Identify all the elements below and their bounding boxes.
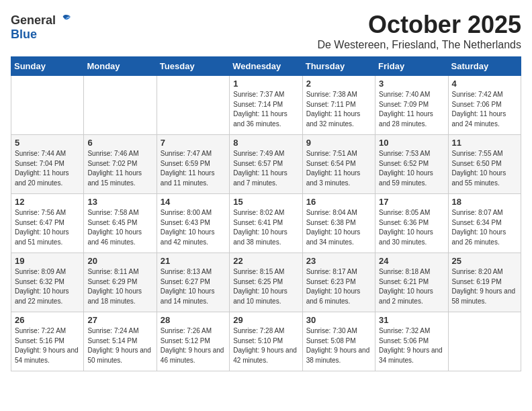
header-day-saturday: Saturday [448, 57, 521, 76]
calendar-cell: 17Sunrise: 8:05 AM Sunset: 6:36 PM Dayli… [375, 194, 448, 253]
day-info: Sunrise: 7:49 AM Sunset: 6:57 PM Dayligh… [233, 149, 298, 188]
logo-bird-icon [57, 14, 72, 26]
calendar-cell [448, 312, 521, 371]
calendar-cell: 4Sunrise: 7:42 AM Sunset: 7:06 PM Daylig… [448, 76, 521, 135]
day-number: 6 [87, 138, 152, 148]
day-info: Sunrise: 7:30 AM Sunset: 5:08 PM Dayligh… [306, 326, 371, 365]
day-info: Sunrise: 8:20 AM Sunset: 6:19 PM Dayligh… [452, 267, 517, 306]
day-number: 24 [379, 256, 444, 266]
day-info: Sunrise: 7:44 AM Sunset: 7:04 PM Dayligh… [15, 149, 80, 188]
day-info: Sunrise: 7:53 AM Sunset: 6:52 PM Dayligh… [379, 149, 444, 188]
day-number: 26 [15, 315, 80, 325]
day-info: Sunrise: 8:00 AM Sunset: 6:43 PM Dayligh… [161, 208, 226, 247]
calendar-cell: 10Sunrise: 7:53 AM Sunset: 6:52 PM Dayli… [375, 135, 448, 194]
day-number: 11 [452, 138, 517, 148]
calendar-cell: 16Sunrise: 8:04 AM Sunset: 6:38 PM Dayli… [302, 194, 375, 253]
day-info: Sunrise: 8:02 AM Sunset: 6:41 PM Dayligh… [233, 208, 298, 247]
header-row: SundayMondayTuesdayWednesdayThursdayFrid… [11, 57, 521, 76]
calendar-cell: 12Sunrise: 7:56 AM Sunset: 6:47 PM Dayli… [11, 194, 84, 253]
day-number: 3 [379, 79, 444, 89]
header-day-sunday: Sunday [11, 57, 84, 76]
calendar-cell: 20Sunrise: 8:11 AM Sunset: 6:29 PM Dayli… [84, 253, 157, 312]
calendar-cell: 18Sunrise: 8:07 AM Sunset: 6:34 PM Dayli… [448, 194, 521, 253]
calendar-cell: 21Sunrise: 8:13 AM Sunset: 6:27 PM Dayli… [157, 253, 229, 312]
header-day-wednesday: Wednesday [230, 57, 302, 76]
day-number: 22 [233, 256, 298, 266]
day-info: Sunrise: 8:13 AM Sunset: 6:27 PM Dayligh… [161, 267, 226, 306]
day-info: Sunrise: 7:55 AM Sunset: 6:50 PM Dayligh… [452, 149, 517, 188]
day-number: 25 [452, 256, 517, 266]
day-number: 17 [379, 197, 444, 207]
day-number: 28 [161, 315, 226, 325]
day-number: 2 [306, 79, 371, 89]
day-info: Sunrise: 8:15 AM Sunset: 6:25 PM Dayligh… [233, 267, 298, 306]
calendar-cell: 31Sunrise: 7:32 AM Sunset: 5:06 PM Dayli… [375, 312, 448, 371]
logo-general-text: General [11, 13, 56, 28]
calendar-body: 1Sunrise: 7:37 AM Sunset: 7:14 PM Daylig… [11, 76, 521, 371]
calendar-cell: 8Sunrise: 7:49 AM Sunset: 6:57 PM Daylig… [230, 135, 302, 194]
day-info: Sunrise: 7:24 AM Sunset: 5:14 PM Dayligh… [87, 326, 152, 365]
day-info: Sunrise: 8:17 AM Sunset: 6:23 PM Dayligh… [306, 267, 371, 306]
day-info: Sunrise: 7:26 AM Sunset: 5:12 PM Dayligh… [161, 326, 226, 365]
day-number: 23 [306, 256, 371, 266]
calendar-cell: 2Sunrise: 7:38 AM Sunset: 7:11 PM Daylig… [302, 76, 375, 135]
week-row-1: 1Sunrise: 7:37 AM Sunset: 7:14 PM Daylig… [11, 76, 521, 135]
calendar-cell: 24Sunrise: 8:18 AM Sunset: 6:21 PM Dayli… [375, 253, 448, 312]
day-number: 5 [15, 138, 80, 148]
calendar-cell: 26Sunrise: 7:22 AM Sunset: 5:16 PM Dayli… [11, 312, 84, 371]
calendar-title: October 2025 [317, 11, 521, 39]
header-day-monday: Monday [84, 57, 157, 76]
calendar-cell: 11Sunrise: 7:55 AM Sunset: 6:50 PM Dayli… [448, 135, 521, 194]
week-row-3: 12Sunrise: 7:56 AM Sunset: 6:47 PM Dayli… [11, 194, 521, 253]
day-info: Sunrise: 7:58 AM Sunset: 6:45 PM Dayligh… [87, 208, 152, 247]
calendar-cell: 29Sunrise: 7:28 AM Sunset: 5:10 PM Dayli… [230, 312, 302, 371]
header-day-thursday: Thursday [302, 57, 375, 76]
week-row-5: 26Sunrise: 7:22 AM Sunset: 5:16 PM Dayli… [11, 312, 521, 371]
calendar-cell: 15Sunrise: 8:02 AM Sunset: 6:41 PM Dayli… [230, 194, 302, 253]
day-info: Sunrise: 7:56 AM Sunset: 6:47 PM Dayligh… [15, 208, 80, 247]
day-info: Sunrise: 8:04 AM Sunset: 6:38 PM Dayligh… [306, 208, 371, 247]
calendar-cell: 19Sunrise: 8:09 AM Sunset: 6:32 PM Dayli… [11, 253, 84, 312]
day-info: Sunrise: 7:37 AM Sunset: 7:14 PM Dayligh… [233, 90, 298, 129]
day-number: 16 [306, 197, 371, 207]
calendar-cell [157, 76, 229, 135]
day-number: 20 [87, 256, 152, 266]
day-info: Sunrise: 7:28 AM Sunset: 5:10 PM Dayligh… [233, 326, 298, 365]
day-number: 31 [379, 315, 444, 325]
day-number: 14 [161, 197, 226, 207]
day-info: Sunrise: 7:22 AM Sunset: 5:16 PM Dayligh… [15, 326, 80, 365]
day-info: Sunrise: 8:11 AM Sunset: 6:29 PM Dayligh… [87, 267, 152, 306]
day-number: 19 [15, 256, 80, 266]
calendar-cell: 27Sunrise: 7:24 AM Sunset: 5:14 PM Dayli… [84, 312, 157, 371]
day-number: 13 [87, 197, 152, 207]
calendar-table: SundayMondayTuesdayWednesdayThursdayFrid… [11, 56, 521, 371]
day-info: Sunrise: 7:40 AM Sunset: 7:09 PM Dayligh… [379, 90, 444, 129]
title-block: October 2025 De Westereen, Friesland, Th… [317, 11, 521, 51]
calendar-cell: 3Sunrise: 7:40 AM Sunset: 7:09 PM Daylig… [375, 76, 448, 135]
day-number: 8 [233, 138, 298, 148]
calendar-cell: 1Sunrise: 7:37 AM Sunset: 7:14 PM Daylig… [230, 76, 302, 135]
day-number: 9 [306, 138, 371, 148]
day-number: 29 [233, 315, 298, 325]
calendar-cell: 28Sunrise: 7:26 AM Sunset: 5:12 PM Dayli… [157, 312, 229, 371]
calendar-cell: 7Sunrise: 7:47 AM Sunset: 6:59 PM Daylig… [157, 135, 229, 194]
calendar-subtitle: De Westereen, Friesland, The Netherlands [317, 39, 521, 51]
calendar-cell: 22Sunrise: 8:15 AM Sunset: 6:25 PM Dayli… [230, 253, 302, 312]
calendar-cell: 13Sunrise: 7:58 AM Sunset: 6:45 PM Dayli… [84, 194, 157, 253]
day-number: 4 [452, 79, 517, 89]
week-row-4: 19Sunrise: 8:09 AM Sunset: 6:32 PM Dayli… [11, 253, 521, 312]
calendar-cell [11, 76, 84, 135]
day-info: Sunrise: 7:32 AM Sunset: 5:06 PM Dayligh… [379, 326, 444, 365]
calendar-cell [84, 76, 157, 135]
day-number: 27 [87, 315, 152, 325]
day-number: 7 [161, 138, 226, 148]
calendar-cell: 9Sunrise: 7:51 AM Sunset: 6:54 PM Daylig… [302, 135, 375, 194]
day-info: Sunrise: 7:46 AM Sunset: 7:02 PM Dayligh… [87, 149, 152, 188]
header-day-tuesday: Tuesday [157, 57, 229, 76]
day-number: 10 [379, 138, 444, 148]
day-number: 18 [452, 197, 517, 207]
calendar-cell: 25Sunrise: 8:20 AM Sunset: 6:19 PM Dayli… [448, 253, 521, 312]
calendar-cell: 30Sunrise: 7:30 AM Sunset: 5:08 PM Dayli… [302, 312, 375, 371]
day-number: 15 [233, 197, 298, 207]
day-number: 1 [233, 79, 298, 89]
